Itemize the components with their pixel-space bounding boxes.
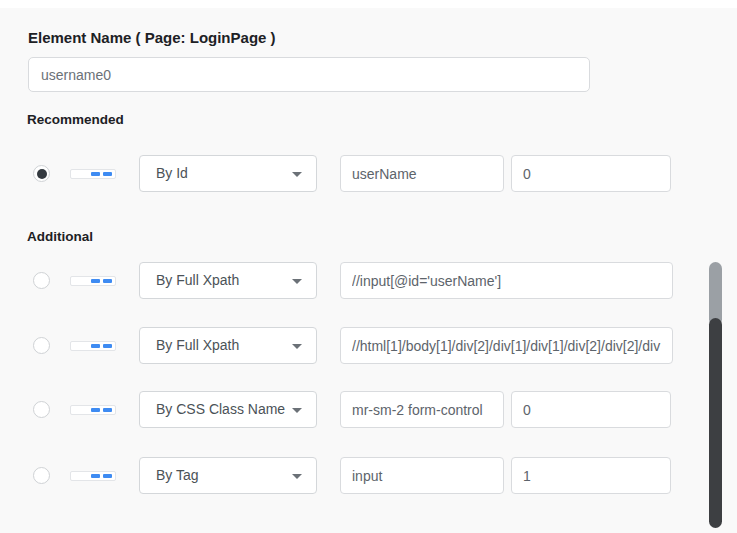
strength-segment	[103, 408, 112, 412]
page-title: Element Name ( Page: LoginPage )	[28, 29, 276, 46]
top-strip	[0, 0, 737, 8]
locator-row: By Full Xpath	[0, 262, 700, 299]
strategy-select-value: By CSS Class Name	[156, 401, 285, 417]
strategy-select[interactable]: By Full Xpath	[139, 327, 317, 364]
locator-value-input[interactable]	[340, 457, 504, 494]
chevron-down-icon	[292, 279, 302, 284]
scrollbar-thumb-light[interactable]	[709, 262, 722, 326]
radio-dot	[37, 169, 47, 179]
section-label-recommended: Recommended	[27, 112, 124, 127]
locator-radio[interactable]	[33, 467, 50, 484]
locator-index-input[interactable]	[511, 457, 671, 494]
locator-radio[interactable]	[33, 337, 50, 354]
locator-row: By CSS Class Name	[0, 391, 700, 428]
locator-row: By Tag	[0, 457, 700, 494]
locator-value-input[interactable]	[340, 262, 673, 299]
strength-meter-icon	[70, 276, 116, 286]
strategy-select[interactable]: By Id	[139, 155, 317, 192]
strategy-select-value: By Full Xpath	[156, 337, 239, 353]
strength-meter-icon	[70, 341, 116, 351]
strength-segment	[103, 172, 112, 176]
strategy-select[interactable]: By Tag	[139, 457, 317, 494]
strength-meter-icon	[70, 169, 116, 179]
strategy-select-value: By Tag	[156, 467, 199, 483]
locator-radio[interactable]	[33, 401, 50, 418]
strategy-select[interactable]: By CSS Class Name	[139, 391, 317, 428]
locator-radio[interactable]	[33, 272, 50, 289]
strength-segment	[103, 344, 112, 348]
section-label-additional: Additional	[27, 229, 93, 244]
strength-meter-icon	[70, 405, 116, 415]
locator-index-input[interactable]	[511, 391, 671, 428]
locator-row-recommended: By Id	[0, 155, 700, 192]
locator-value-input[interactable]	[340, 155, 504, 192]
locator-row: By Full Xpath	[0, 327, 700, 364]
locator-index-input[interactable]	[511, 155, 671, 192]
chevron-down-icon	[292, 474, 302, 479]
strategy-select-value: By Id	[156, 165, 188, 181]
strength-segment	[91, 408, 100, 412]
strength-segment	[91, 344, 100, 348]
chevron-down-icon	[292, 172, 302, 177]
strength-segment	[91, 279, 100, 283]
scrollbar-thumb-dark[interactable]	[709, 318, 722, 528]
strategy-select[interactable]: By Full Xpath	[139, 262, 317, 299]
strength-segment	[103, 279, 112, 283]
strength-segment	[91, 172, 100, 176]
locator-value-input[interactable]	[340, 391, 504, 428]
chevron-down-icon	[292, 344, 302, 349]
strength-segment	[91, 474, 100, 478]
chevron-down-icon	[292, 408, 302, 413]
locator-value-input[interactable]	[340, 327, 673, 364]
strength-segment	[103, 474, 112, 478]
strength-meter-icon	[70, 471, 116, 481]
strategy-select-value: By Full Xpath	[156, 272, 239, 288]
locator-radio[interactable]	[33, 165, 50, 182]
element-name-input[interactable]	[28, 57, 590, 92]
